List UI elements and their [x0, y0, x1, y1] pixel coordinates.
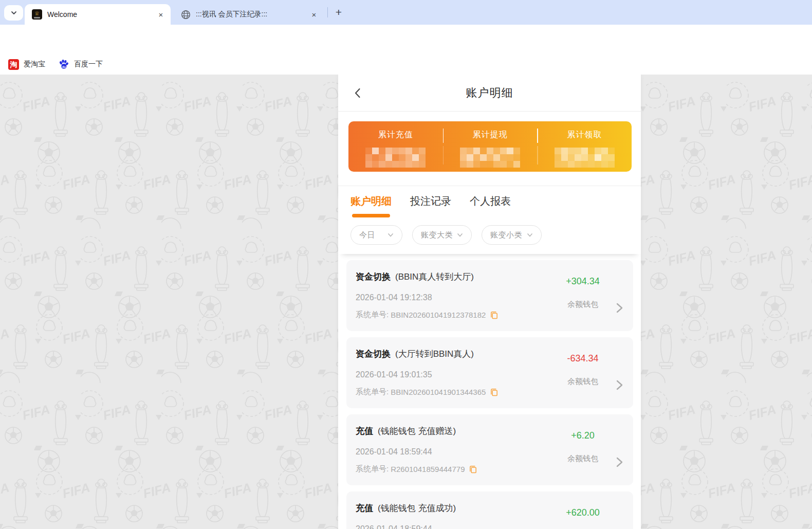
- summary-total-claimed: 累计领取: [537, 121, 632, 172]
- tab-personal-report[interactable]: 个人报表: [470, 194, 511, 208]
- copy-icon[interactable]: [490, 388, 499, 396]
- transaction-type: 资金切换: [356, 349, 391, 359]
- copy-icon[interactable]: [490, 311, 499, 319]
- wallet-type: 余额钱包: [567, 300, 598, 309]
- transaction-detail: (大厅转到BBIN真人): [395, 349, 474, 359]
- transaction-type: 充值: [356, 503, 373, 513]
- active-tab-underline: [352, 214, 390, 217]
- summary-total-deposit: 累计充值: [348, 121, 443, 172]
- masked-value: [555, 148, 615, 168]
- tab-title: Welcome: [47, 10, 156, 19]
- order-label: 系统单号:: [356, 387, 389, 397]
- transaction-amount: +6.20: [571, 430, 595, 441]
- chevron-down-icon: [387, 231, 394, 239]
- chevron-down-icon: [526, 231, 533, 239]
- masked-value: [460, 148, 520, 168]
- tabs-and-filters: 账户明细 投注记录 个人报表 今日 账变大类: [338, 186, 641, 254]
- summary-label: 累计提现: [473, 130, 508, 140]
- browser-tab-welcome[interactable]: ♕ Welcome ×: [25, 4, 171, 25]
- browser-tab-betting-records[interactable]: :::视讯 会员下注纪录::: ×: [174, 4, 324, 25]
- filter-date-dropdown[interactable]: 今日: [350, 225, 402, 245]
- order-number: BBIN202601041912378182: [391, 311, 486, 319]
- tab-separator: [327, 7, 328, 17]
- browser-tab-strip: ♕ Welcome × :::视讯 会员下注纪录::: × +: [0, 0, 812, 25]
- browser-toolbar: ld48.com/reports/index?tab=0: [0, 25, 812, 54]
- globe-icon: [181, 10, 191, 20]
- summary-divider: [443, 129, 444, 143]
- bookmark-label: 百度一下: [74, 60, 103, 69]
- site-favicon-trophy: ♕: [32, 9, 42, 20]
- tab-betting-records[interactable]: 投注记录: [410, 194, 451, 208]
- bookmarks-bar: 淘 爱淘宝 du 百度一下: [0, 54, 812, 75]
- order-number: BBIN202601041901344365: [391, 388, 486, 396]
- filter-bar: 今日 账变大类 账变小类: [350, 225, 631, 245]
- taobao-icon: 淘: [8, 59, 19, 70]
- summary-divider: [537, 129, 538, 143]
- transaction-amount: +620.00: [566, 507, 600, 518]
- transaction-amount: +304.34: [566, 276, 600, 287]
- transaction-card[interactable]: 充值(钱能钱包 充值赠送) 2026-01-04 18:59:44 系统单号: …: [346, 414, 633, 485]
- app-header: 账户明细: [338, 75, 641, 112]
- tab-title: :::视讯 会员下注纪录:::: [196, 10, 309, 19]
- order-label: 系统单号:: [356, 310, 389, 320]
- tab-bar: 账户明细 投注记录 个人报表: [350, 194, 631, 217]
- transaction-time: 2026-01-04 19:01:35: [356, 370, 553, 379]
- page-title: 账户明细: [466, 85, 513, 101]
- tab-account-detail[interactable]: 账户明细: [350, 194, 392, 217]
- svg-text:du: du: [62, 65, 66, 68]
- baidu-paw-icon: du: [58, 59, 69, 70]
- transaction-time: 2026-01-04 19:12:38: [356, 293, 553, 302]
- transaction-card[interactable]: 资金切换(大厅转到BBIN真人) 2026-01-04 19:01:35 系统单…: [346, 337, 633, 408]
- masked-value: [365, 148, 426, 168]
- tab-close-icon[interactable]: ×: [156, 10, 165, 19]
- bookmark-label: 爱淘宝: [24, 60, 45, 69]
- account-detail-app: 账户明细 累计充值 累计提现 累计领取: [338, 75, 641, 529]
- filter-major-category-dropdown[interactable]: 账变大类: [412, 225, 472, 245]
- transaction-time: 2026-01-04 18:59:44: [356, 524, 553, 529]
- new-tab-button[interactable]: +: [331, 5, 346, 20]
- chevron-down-icon: [456, 231, 464, 239]
- transaction-list: 资金切换(BBIN真人转到大厅) 2026-01-04 19:12:38 系统单…: [338, 254, 641, 529]
- transaction-detail: (BBIN真人转到大厅): [395, 272, 474, 282]
- copy-icon[interactable]: [469, 465, 477, 473]
- bookmark-taobao[interactable]: 淘 爱淘宝: [8, 58, 45, 71]
- transaction-detail: (钱能钱包 充值成功): [378, 503, 456, 513]
- summary-label: 累计领取: [567, 130, 602, 140]
- transaction-card[interactable]: 资金切换(BBIN真人转到大厅) 2026-01-04 19:12:38 系统单…: [346, 260, 633, 331]
- tab-close-icon[interactable]: ×: [309, 10, 319, 19]
- back-chevron-icon[interactable]: [352, 87, 364, 99]
- transaction-card[interactable]: 充值(钱能钱包 充值成功) 2026-01-04 18:59:44 系统单号: …: [346, 491, 633, 529]
- transaction-type: 充值: [356, 426, 373, 436]
- wallet-type: 余额钱包: [567, 454, 598, 464]
- transaction-time: 2026-01-04 18:59:44: [356, 447, 553, 457]
- bookmark-baidu[interactable]: du 百度一下: [58, 58, 103, 71]
- summary-panel: 累计充值 累计提现 累计领取: [338, 112, 641, 186]
- chevron-right-icon[interactable]: [615, 457, 624, 468]
- page-background: FIFA: [0, 75, 812, 529]
- chevron-right-icon[interactable]: [615, 302, 624, 314]
- tab-search-button[interactable]: [4, 5, 23, 21]
- transaction-detail: (钱能钱包 充值赠送): [378, 426, 456, 436]
- order-label: 系统单号:: [356, 464, 389, 474]
- filter-minor-category-dropdown[interactable]: 账变小类: [482, 225, 542, 245]
- order-number: R2601041859444779: [391, 465, 465, 473]
- transaction-type: 资金切换: [356, 272, 391, 282]
- summary-card: 累计充值 累计提现 累计领取: [348, 121, 632, 172]
- chevron-right-icon[interactable]: [615, 379, 624, 391]
- transaction-amount: -634.34: [567, 353, 598, 364]
- wallet-type: 余额钱包: [567, 377, 598, 387]
- chevron-down-icon: [10, 9, 17, 16]
- summary-total-withdraw: 累计提现: [443, 121, 538, 172]
- summary-label: 累计充值: [378, 130, 413, 140]
